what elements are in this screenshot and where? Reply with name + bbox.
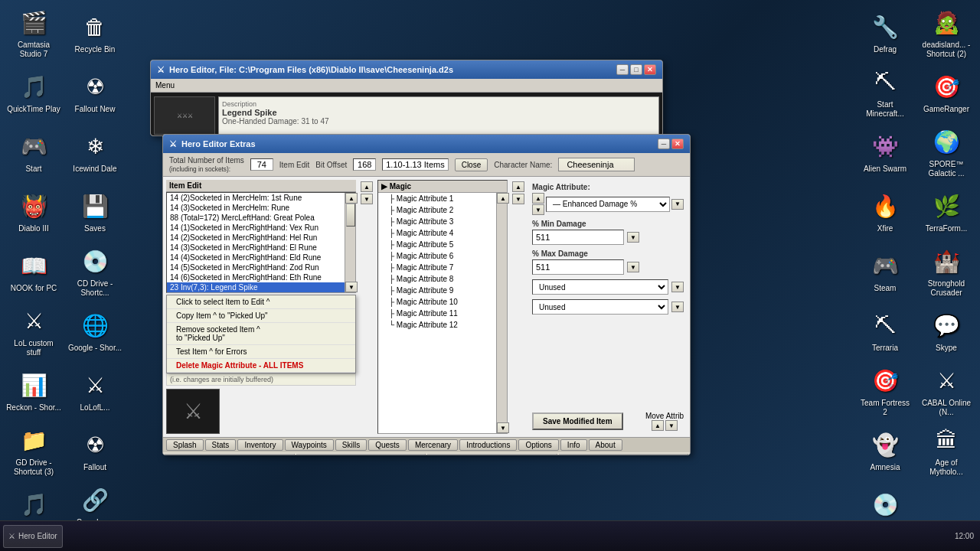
magic-scroll-up[interactable]: ▲ [497,193,509,204]
ctx-copy-item[interactable]: Copy Item ^ to "Picked Up" [167,309,355,323]
ctx-select-item[interactable]: Click to select Item to Edit ^ [167,295,355,309]
list-item[interactable]: 14 (3)Socketed in MercHelm: Rune [167,203,345,213]
tab-inventory[interactable]: Inventory [237,439,283,451]
unused1-dropdown[interactable]: ▼ [671,282,684,292]
desktop-icon-skype[interactable]: 💬 Skype [916,302,977,361]
unused2-select[interactable]: Unused [532,299,668,315]
menu-label[interactable]: Menu [155,81,175,90]
tab-info[interactable]: Info [560,439,587,451]
maximize-btn[interactable]: □ [630,64,642,75]
magic-tree-list[interactable]: ├ Magic Attribute 1 ├ Magic Attribute 2 … [378,193,496,433]
move-down-btn[interactable]: ▼ [665,420,678,431]
list-item[interactable]: 14 (4)Socketed in MercRightHand: Eld Run… [167,253,345,262]
min-damage-dropdown[interactable]: ▼ [627,232,639,243]
desktop-icon-quicktime[interactable]: 🎵 QuickTime Play [3,63,64,122]
tab-introductions[interactable]: Introductions [459,439,517,451]
desktop-icon-agemyth[interactable]: 🏛 Age of Mytholo... [916,421,977,481]
desktop-icon-lol[interactable]: ⚔ LoL custom stuff [3,302,64,361]
ctx-remove-socketed[interactable]: Remove socketed Item ^to "Picked Up" [167,323,355,345]
list-item[interactable]: 14 (6)Socketed in MercRightHand: Eth Run… [167,272,345,282]
desktop-icon-reckon[interactable]: 📊 Reckon - Shor... [3,361,64,421]
max-damage-dropdown[interactable]: ▼ [627,262,639,272]
desktop-icon-gameranger[interactable]: 🎯 GameRanger [916,63,977,122]
list-item[interactable]: 14 (1)Socketed in MercRightHand: Vex Run [167,223,345,233]
magic-attr-11[interactable]: ├ Magic Attribute 11 [378,308,496,319]
magic-scrollbar[interactable]: ▲ ▼ [496,193,507,433]
item-binary-btn[interactable]: Item Binary Compare/Edit [296,454,426,455]
attr-dropdown-arrow[interactable]: ▼ [671,199,684,210]
magic-attr-10[interactable]: ├ Magic Attribute 10 [378,296,496,308]
desktop-icon-start[interactable]: 🎮 Start [3,122,64,182]
desktop-icon-cabal[interactable]: ⚔ CABAL Online (N... [916,361,977,421]
char-hex-btn[interactable]: Character Hex [165,454,295,455]
magic-scroll-down[interactable]: ▼ [497,422,509,433]
minimize-btn[interactable]: ─ [616,64,629,75]
desktop-icon-recycle[interactable]: 🗑 Recycle Bin [64,3,126,63]
magic-attr-12[interactable]: └ Magic Attribute 12 [378,319,496,331]
list-item[interactable]: 14 (3)Socketed in MercRightHand: El Rune [167,243,345,253]
list-item[interactable]: 14 (5)Socketed in MercRightHand: Zod Run [167,262,345,272]
taskbar-hero-editor[interactable]: ⚔ Hero Editor [3,525,63,548]
min-damage-input[interactable] [532,230,624,245]
scroll-up[interactable]: ▲ [345,193,358,204]
tab-stats[interactable]: Stats [205,439,237,451]
unused2-dropdown[interactable]: ▼ [671,302,684,312]
desktop-icon-minecraft[interactable]: ⛏ Start Minecraft... [854,63,916,122]
ctx-test-item[interactable]: Test Item ^ for Errors [167,345,355,359]
desktop-icon-gddrive[interactable]: 📁 GD Drive - Shortcut (3) [3,421,64,481]
tab-about[interactable]: About [589,439,622,451]
magic-attr-8[interactable]: ├ Magic Attribute 8 [378,273,496,285]
move-up-btn[interactable]: ▲ [652,420,664,431]
magic-attr-3[interactable]: ├ Magic Attribute 3 [378,216,496,227]
desktop-icon-google[interactable]: 🌐 Google - Shor... [64,302,126,361]
desktop-icon-nook[interactable]: 📖 NOOK for PC [3,242,64,302]
tab-splash[interactable]: Splash [166,439,204,451]
desktop-icon-xfire[interactable]: 🔥 Xfire [854,182,916,242]
desktop-icon-camtasia[interactable]: 🎬 Camtasia Studio 7 [3,3,64,63]
item-char-create-btn[interactable]: Item/Character Create [559,454,689,455]
arrow-up-btn[interactable]: ▲ [361,181,373,192]
save-modified-btn[interactable]: Save Modified Item [532,412,623,430]
list-item[interactable]: 88 (Total=172) MercLeftHand: Great Polea [167,213,345,223]
desktop-icon-fallout[interactable]: ☢ Fallout New [64,63,126,122]
scroll-down[interactable]: ▼ [345,282,358,292]
desktop-icon-terraria[interactable]: ⛏ Terraria [854,302,916,361]
list-item-selected[interactable]: 23 Inv(7,3): Legend Spike [167,282,345,292]
ctx-delete-all[interactable]: Delete Magic Attribute - ALL ITEMS [167,359,355,373]
item-edit-btn[interactable]: Item Edit [427,454,557,455]
attr-nav-down[interactable]: ▼ [532,204,544,215]
scroll-thumb[interactable] [346,204,355,227]
tab-options[interactable]: Options [518,439,558,451]
desktop-icon-amnesia[interactable]: 👻 Amnesia [854,421,916,481]
magic-attr-9[interactable]: ├ Magic Attribute 9 [378,285,496,296]
desktop-icon-steam[interactable]: 🎮 Steam [854,242,916,302]
close-btn[interactable]: ✕ [644,64,656,75]
desktop-icon-tf2[interactable]: 🎯 Team Fortress 2 [854,361,916,421]
list-item[interactable]: 14 (2)Socketed in MercRightHand: Hel Run [167,233,345,243]
max-damage-input[interactable] [532,259,624,275]
item-list[interactable]: 14 (2)Socketed in MercHelm: 1st Rune 14 … [167,193,345,292]
item-list-scrollbar[interactable]: ▲ ▼ [345,193,355,292]
list-item[interactable]: 14 (2)Socketed in MercHelm: 1st Rune [167,193,345,203]
desktop-icon-fallout2[interactable]: ☢ Fallout [64,421,126,481]
desktop-icon-saves[interactable]: 💾 Saves [64,182,126,242]
magic-attr-1[interactable]: ├ Magic Attribute 1 [378,193,496,204]
close-button[interactable]: Close [455,158,488,171]
magic-attr-select[interactable]: — Enhanced Damage % [546,197,670,212]
desktop-icon-alienswarm[interactable]: 👾 Alien Swarm [854,122,916,182]
desktop-icon-cddrive[interactable]: 💿 CD Drive - Shortc... [64,242,126,302]
magic-parent[interactable]: ▶ [381,182,390,191]
tree-arrow-up[interactable]: ▲ [512,181,524,192]
desktop-icon-defrag[interactable]: 🔧 Defrag [854,3,916,63]
desktop-icon-lol2[interactable]: ⚔ LoLofL... [64,361,126,421]
magic-attr-2[interactable]: ├ Magic Attribute 2 [378,204,496,216]
magic-attr-4[interactable]: ├ Magic Attribute 4 [378,227,496,239]
arrow-down-btn[interactable]: ▼ [361,194,373,204]
tab-mercenary[interactable]: Mercenary [408,439,458,451]
desktop-icon-deadisland2[interactable]: 🧟 deadisland... - Shortcut (2) [916,3,977,63]
desktop-icon-spore[interactable]: 🌍 SPORE™ Galactic ... [916,122,977,182]
extras-close[interactable]: ✕ [671,139,684,149]
desktop-icon-terraform[interactable]: 🌿 TerraForm... [916,182,977,242]
unused1-select[interactable]: Unused [532,279,668,295]
attr-nav-up[interactable]: ▲ [532,193,544,204]
